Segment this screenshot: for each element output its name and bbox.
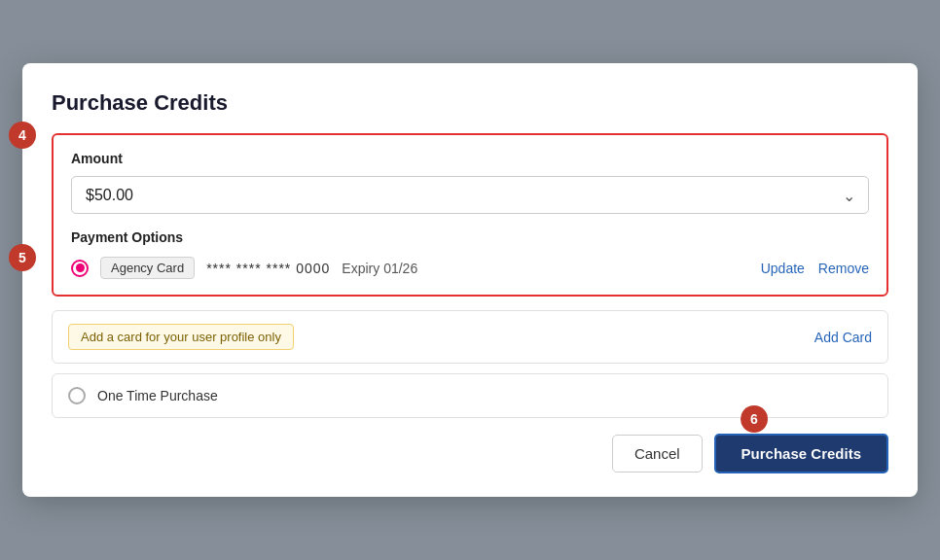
agency-card-row: 5 Agency Card **** **** **** 0000 Expiry… [71,257,869,279]
step-badge-4: 4 [9,122,36,149]
amount-select[interactable]: $10.00 $25.00 $50.00 $100.00 $200.00 [71,176,869,214]
payment-options-label: Payment Options [71,229,869,245]
add-card-row: Add a card for your user profile only Ad… [52,310,888,364]
amount-select-wrapper: $10.00 $25.00 $50.00 $100.00 $200.00 ⌄ [71,176,869,214]
step-badge-5: 5 [9,244,36,271]
remove-card-link[interactable]: Remove [818,261,869,276]
add-card-link[interactable]: Add Card [814,330,872,345]
purchase-btn-wrapper: 6 Purchase Credits [714,434,888,473]
purchase-credits-button[interactable]: Purchase Credits [714,434,888,473]
purchase-credits-modal: Purchase Credits 4 Amount $10.00 $25.00 … [22,63,918,497]
card-number: **** **** **** 0000 [206,261,330,276]
modal-title: Purchase Credits [52,90,888,116]
radio-selected-dot [76,263,85,272]
amount-label: Amount [71,151,869,166]
red-outlined-section: Amount $10.00 $25.00 $50.00 $100.00 $200… [52,133,888,297]
cancel-button[interactable]: Cancel [612,435,703,472]
agency-card-actions: Update Remove [761,261,869,276]
step-badge-6: 6 [741,405,768,433]
one-time-radio[interactable] [68,387,86,404]
update-card-link[interactable]: Update [761,261,805,276]
agency-card-radio[interactable] [71,260,89,277]
modal-overlay: Purchase Credits 4 Amount $10.00 $25.00 … [0,0,940,560]
modal-footer: Cancel 6 Purchase Credits [52,434,888,473]
one-time-label: One Time Purchase [97,388,218,403]
agency-card-badge: Agency Card [100,257,195,279]
card-expiry: Expiry 01/26 [342,261,417,276]
add-card-hint: Add a card for your user profile only [68,324,294,350]
